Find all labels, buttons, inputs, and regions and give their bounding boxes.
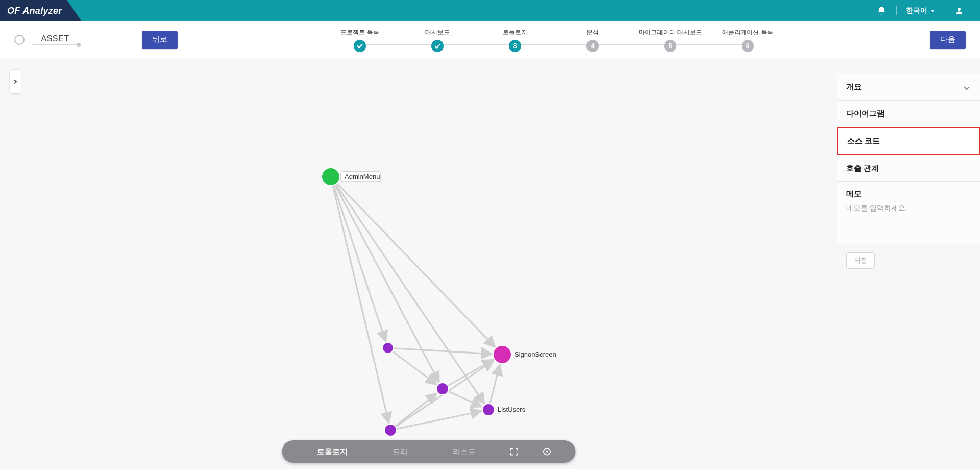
- panel-section-calls[interactable]: 호출 관계: [837, 155, 980, 182]
- chevron-right-icon: [13, 80, 17, 84]
- graph-edge[interactable]: [397, 411, 482, 429]
- panel-section-label: 소스 코드: [847, 136, 880, 146]
- fullscreen-icon[interactable]: [507, 444, 522, 459]
- graph-node[interactable]: [384, 424, 397, 436]
- brand-text: OF Analyzer: [7, 6, 62, 16]
- panel-section-overview[interactable]: 개요: [837, 74, 980, 101]
- graph-edge[interactable]: [393, 351, 437, 385]
- graph-node-label: AdminMenu: [345, 173, 380, 180]
- graph-node[interactable]: ListUsers: [482, 404, 526, 416]
- panel-section-source[interactable]: 소스 코드: [837, 127, 980, 155]
- step-node: [354, 40, 366, 52]
- panel-section-memo: 메모메모를 입력하세요.: [837, 182, 980, 244]
- memo-header: 메모: [846, 189, 971, 199]
- step-2[interactable]: 대시보드: [399, 28, 476, 52]
- view-mode-bar[interactable]: 토폴로지트리리스트: [282, 440, 576, 463]
- brand-logo: OF Analyzer: [0, 0, 82, 21]
- asset-label: ASSET: [41, 34, 69, 43]
- step-label: 마이그레이터 대시보드: [639, 28, 701, 37]
- panel-section-label: 다이어그램: [846, 109, 885, 119]
- stepper-bar: ASSET 뒤로 프로젝트 목록대시보드토폴로지3분석4마이그레이터 대시보드5…: [0, 21, 980, 58]
- save-button[interactable]: 저장: [846, 252, 875, 269]
- svg-point-6: [384, 424, 397, 436]
- recenter-icon[interactable]: [540, 444, 554, 459]
- graph-node[interactable]: SignonScreen: [493, 345, 556, 364]
- graph-edge[interactable]: [448, 360, 493, 386]
- svg-point-0: [322, 168, 340, 186]
- step-label: 프로젝트 목록: [340, 28, 379, 37]
- svg-point-4: [436, 383, 449, 395]
- topbar-divider: [896, 6, 897, 15]
- language-dropdown[interactable]: 한국어: [906, 6, 935, 15]
- step-5[interactable]: 마이그레이터 대시보드5: [631, 28, 709, 52]
- step-1[interactable]: 프로젝트 목록: [321, 28, 399, 52]
- prev-button[interactable]: 뒤로: [142, 31, 178, 49]
- view-tab-토폴로지[interactable]: 토폴로지: [295, 447, 370, 457]
- step-label: 애플리케이션 목록: [722, 28, 773, 37]
- step-3[interactable]: 토폴로지3: [476, 28, 554, 52]
- svg-point-3: [493, 345, 511, 364]
- graph-node[interactable]: [436, 383, 449, 395]
- topology-graph[interactable]: AdminMenuSignonScreenListUsers: [20, 58, 837, 469]
- graph-node[interactable]: [382, 342, 394, 354]
- step-node: 3: [509, 40, 521, 52]
- step-node: 4: [586, 40, 599, 52]
- step-node: 5: [664, 40, 676, 52]
- memo-input[interactable]: 메모를 입력하세요.: [846, 204, 971, 213]
- left-rail-toggle[interactable]: [9, 69, 21, 94]
- panel-save-row: 저장: [837, 244, 980, 277]
- topbar-divider: [944, 6, 944, 15]
- step-label: 대시보드: [425, 28, 450, 37]
- graph-node-label: ListUsers: [498, 406, 526, 413]
- step-node: 6: [742, 40, 754, 52]
- step-4[interactable]: 분석4: [554, 28, 631, 52]
- bell-icon[interactable]: [876, 5, 887, 16]
- topbar-right: 한국어: [876, 5, 980, 16]
- svg-point-5: [482, 404, 495, 416]
- view-tab-트리[interactable]: 트리: [370, 447, 430, 457]
- step-label: 분석: [586, 28, 599, 37]
- step-node: [431, 40, 444, 52]
- svg-point-8: [546, 451, 548, 452]
- graph-edge[interactable]: [334, 185, 386, 342]
- radio-icon: [14, 35, 24, 45]
- graph-node-label: SignonScreen: [514, 350, 556, 358]
- step-label: 토폴로지: [503, 28, 527, 37]
- graph-edge[interactable]: [490, 364, 500, 404]
- next-button[interactable]: 다음: [930, 31, 966, 49]
- panel-section-label: 개요: [846, 82, 862, 92]
- topology-canvas[interactable]: AdminMenuSignonScreenListUsers 토폴로지트리리스트: [20, 58, 837, 469]
- user-icon[interactable]: [953, 5, 965, 16]
- language-label: 한국어: [906, 6, 927, 15]
- panel-section-diagram[interactable]: 다이어그램: [837, 101, 980, 127]
- graph-node[interactable]: AdminMenu: [322, 168, 380, 186]
- topbar: OF Analyzer 한국어: [0, 0, 980, 21]
- chevron-down-icon: [964, 84, 969, 90]
- panel-section-label: 호출 관계: [846, 163, 879, 173]
- stepper-track: 프로젝트 목록대시보드토폴로지3분석4마이그레이터 대시보드5애플리케이션 목록…: [190, 27, 918, 52]
- step-6[interactable]: 애플리케이션 목록6: [709, 28, 787, 52]
- asset-selector[interactable]: ASSET: [14, 34, 96, 45]
- svg-point-2: [382, 342, 394, 354]
- chevron-down-icon: [930, 10, 935, 12]
- graph-edge[interactable]: [394, 348, 492, 354]
- workspace: AdminMenuSignonScreenListUsers 토폴로지트리리스트…: [0, 58, 980, 469]
- properties-panel: 개요다이어그램소스 코드호출 관계메모메모를 입력하세요.저장: [837, 58, 980, 469]
- view-tab-리스트[interactable]: 리스트: [430, 447, 498, 457]
